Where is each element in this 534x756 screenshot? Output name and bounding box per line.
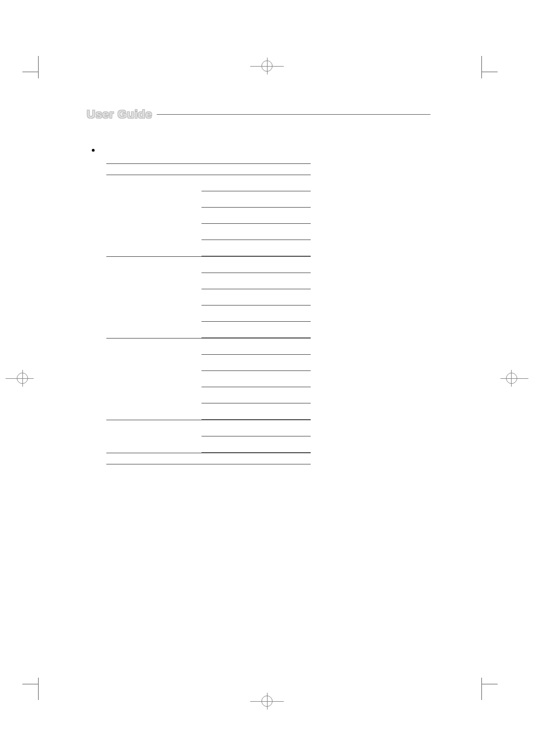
table-cell (202, 175, 311, 191)
table-cell (202, 355, 311, 371)
table-cell (202, 387, 311, 403)
bullet-icon (92, 149, 95, 152)
table-row (106, 420, 311, 453)
table-cell (202, 240, 311, 256)
table-cell (202, 191, 311, 208)
table-row (106, 175, 311, 256)
table-row (106, 257, 311, 338)
page-header: User Guide (87, 107, 430, 121)
table-cell (202, 339, 311, 355)
spec-table (106, 163, 311, 464)
table-cell (202, 306, 311, 322)
table-cell (202, 289, 311, 306)
table-cell (202, 403, 311, 420)
table-cell (202, 273, 311, 289)
table-cell (202, 371, 311, 387)
table-cell (202, 208, 311, 224)
table-row (106, 339, 311, 420)
table-cell (202, 436, 311, 453)
page-title: User Guide (87, 107, 152, 121)
table-cell (202, 420, 311, 436)
table-cell (202, 322, 311, 338)
table-rule (106, 464, 311, 464)
table-cell (202, 257, 311, 273)
header-rule (157, 114, 430, 115)
table-cell (202, 224, 311, 240)
